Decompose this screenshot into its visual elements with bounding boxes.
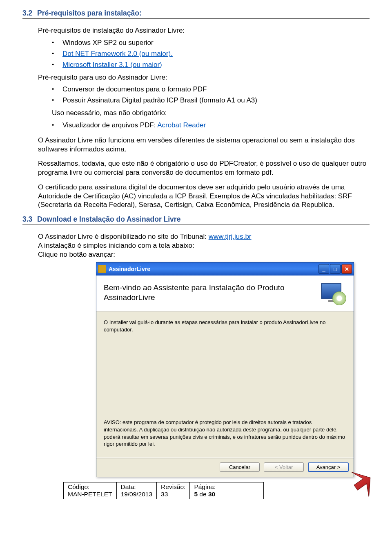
footer-value-date: 19/09/2013 xyxy=(121,491,153,498)
wizard-description: O Installer vai guiá-lo durante as etapa… xyxy=(104,319,346,333)
titlebar: AssinadorLivre _ □ ✕ xyxy=(96,262,354,276)
doc-footer-table: Código: MAN-PETELET Data: 19/09/2013 Rev… xyxy=(63,482,264,499)
installer-icon xyxy=(98,265,106,273)
section-heading-3-2: 3.2 Pré-requisitos para instalação: xyxy=(22,9,370,19)
paragraph-3: O certificado para assinatura digital de… xyxy=(38,183,370,209)
list-item-text: Conversor de documentos para o formato P… xyxy=(62,85,207,93)
list-item-text: Possuir Assinatura Digital padrão ICP Br… xyxy=(62,96,257,104)
footer-value-page: 5 de 30 xyxy=(194,491,259,498)
heading-text: Pré-requisitos para instalação: xyxy=(37,9,142,18)
back-button[interactable]: < Voltar xyxy=(264,462,304,472)
list-item: Possuir Assinatura Digital padrão ICP Br… xyxy=(52,96,370,105)
link-dotnet[interactable]: Dot NET Framework 2.0 (ou maior). xyxy=(62,50,173,58)
footer-label-page: Página: xyxy=(194,483,259,491)
window-title: AssinadorLivre xyxy=(109,266,318,272)
footer-label-date: Data: xyxy=(121,483,153,491)
heading-number: 3.2 xyxy=(22,9,37,18)
paragraph-5: A instalação é simples iniciando com a t… xyxy=(38,241,370,250)
footer-value-code: MAN-PETELET xyxy=(68,491,112,498)
page-of: de xyxy=(198,491,208,498)
list-item: Visualizador de arquivos PDF: Acrobat Re… xyxy=(52,121,370,130)
footer-label-rev: Revisão: xyxy=(161,483,185,491)
heading-number: 3.3 xyxy=(22,215,37,224)
paragraph-1: O Assinador Livre não funciona em versõe… xyxy=(38,136,370,154)
page-total: 30 xyxy=(208,491,215,498)
intro-text-3: Uso necessário, mas não obrigatório: xyxy=(52,109,370,118)
list-item: Conversor de documentos para o formato P… xyxy=(52,85,370,94)
wizard-banner: Bem-vindo ao Assistente para Instalação … xyxy=(96,276,354,311)
arrow-icon xyxy=(345,467,374,503)
link-msi[interactable]: Microsoft Installer 3.1 (ou maior) xyxy=(62,61,162,69)
installer-window: AssinadorLivre _ □ ✕ Bem-vindo ao Assist… xyxy=(96,262,354,477)
prereq-install-list: Windows XP SP2 ou superior Dot NET Frame… xyxy=(52,38,370,70)
footer-label-code: Código: xyxy=(68,483,112,491)
paragraph-text: O Assinador Livre é disponibilizado no s… xyxy=(38,233,209,240)
cancel-button[interactable]: Cancelar xyxy=(220,462,260,472)
minimize-button[interactable]: _ xyxy=(318,264,329,274)
list-item: Dot NET Framework 2.0 (ou maior). xyxy=(52,49,370,59)
list-item: Windows XP SP2 ou superior xyxy=(52,38,370,48)
maximize-button[interactable]: □ xyxy=(330,264,341,274)
section-heading-3-3: 3.3 Download e Instalação do Assinador L… xyxy=(22,215,370,225)
heading-text: Download e Instalação do Assinador Livre xyxy=(37,215,180,224)
wizard-warning: AVISO: este programa de computador é pro… xyxy=(104,419,346,447)
optional-list: Visualizador de arquivos PDF: Acrobat Re… xyxy=(52,121,370,130)
list-item-text: Windows XP SP2 ou superior xyxy=(62,39,154,47)
close-button[interactable]: ✕ xyxy=(341,264,352,274)
link-tjrj[interactable]: www.tjrj.jus.br xyxy=(209,233,252,240)
prereq-use-list: Conversor de documentos para o formato P… xyxy=(52,85,370,105)
wizard-button-row: Cancelar < Voltar Avançar > xyxy=(96,458,354,477)
list-item-text: Visualizador de arquivos PDF: xyxy=(62,121,157,129)
wizard-body: O Installer vai guiá-lo durante as etapa… xyxy=(96,311,354,458)
paragraph-2: Ressaltamos, todavia, que este não é obr… xyxy=(38,159,370,177)
svg-marker-0 xyxy=(347,467,374,500)
next-button[interactable]: Avançar > xyxy=(308,462,349,472)
paragraph-4: O Assinador Livre é disponibilizado no s… xyxy=(38,232,370,241)
computer-disc-icon xyxy=(321,283,346,305)
intro-text-2: Pré-requisito para uso do Assinador Livr… xyxy=(38,73,370,82)
link-acrobat[interactable]: Acrobat Reader xyxy=(157,121,206,129)
wizard-title: Bem-vindo ao Assistente para Instalação … xyxy=(104,283,317,302)
list-item: Microsoft Installer 3.1 (ou maior) xyxy=(52,60,370,70)
footer-value-rev: 33 xyxy=(161,491,185,498)
page-current: 5 xyxy=(194,491,198,498)
paragraph-6: Clique no botão avançar: xyxy=(38,250,370,259)
intro-text-1: Pré-requisitos de instalação do Assinado… xyxy=(38,26,370,35)
